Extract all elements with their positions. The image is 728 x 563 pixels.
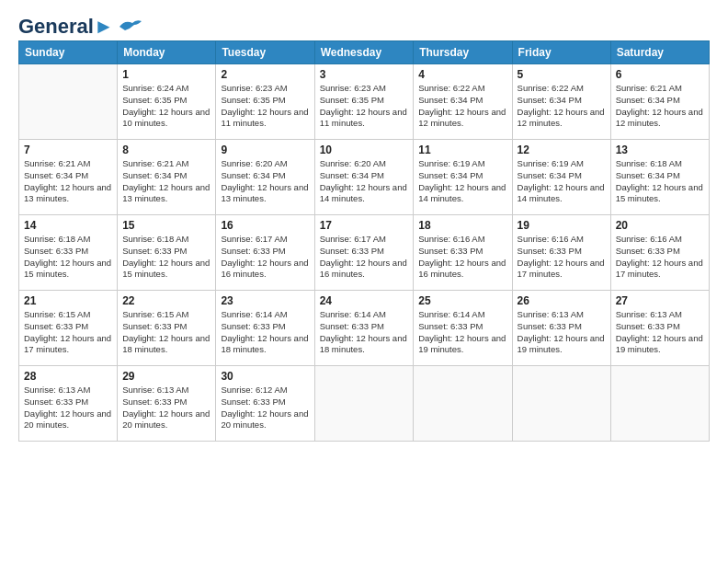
calendar-body: 1 Sunrise: 6:24 AMSunset: 6:35 PMDayligh… — [19, 64, 710, 442]
logo-text: General► — [18, 17, 114, 37]
calendar-week-3: 14 Sunrise: 6:18 AMSunset: 6:33 PMDaylig… — [19, 215, 710, 291]
day-info: Sunrise: 6:13 AMSunset: 6:33 PMDaylight:… — [616, 309, 704, 356]
calendar-header: Sunday Monday Tuesday Wednesday Thursday… — [19, 41, 710, 64]
col-wednesday: Wednesday — [314, 41, 414, 64]
table-row: 28 Sunrise: 6:13 AMSunset: 6:33 PMDaylig… — [19, 366, 118, 442]
day-number: 15 — [122, 219, 210, 232]
day-number: 9 — [221, 144, 309, 156]
day-number: 19 — [518, 219, 606, 232]
table-row — [19, 64, 118, 140]
day-info: Sunrise: 6:17 AMSunset: 6:33 PMDaylight:… — [221, 234, 309, 281]
day-number: 21 — [24, 294, 112, 307]
col-friday: Friday — [512, 41, 610, 64]
day-number: 18 — [418, 219, 506, 232]
day-info: Sunrise: 6:14 AMSunset: 6:33 PMDaylight:… — [221, 309, 309, 356]
calendar-week-2: 7 Sunrise: 6:21 AMSunset: 6:34 PMDayligh… — [19, 140, 710, 215]
day-number: 16 — [221, 219, 309, 232]
day-number: 23 — [221, 294, 309, 307]
day-number: 7 — [24, 144, 112, 156]
day-number: 17 — [320, 219, 409, 232]
table-row: 24 Sunrise: 6:14 AMSunset: 6:33 PMDaylig… — [314, 291, 414, 366]
table-row: 1 Sunrise: 6:24 AMSunset: 6:35 PMDayligh… — [118, 64, 216, 140]
table-row: 6 Sunrise: 6:21 AMSunset: 6:34 PMDayligh… — [610, 64, 709, 140]
table-row: 15 Sunrise: 6:18 AMSunset: 6:33 PMDaylig… — [118, 215, 216, 291]
day-info: Sunrise: 6:21 AMSunset: 6:34 PMDaylight:… — [616, 83, 704, 130]
day-number: 12 — [518, 144, 606, 156]
table-row — [610, 366, 709, 442]
day-info: Sunrise: 6:18 AMSunset: 6:34 PMDaylight:… — [616, 158, 704, 205]
col-saturday: Saturday — [610, 41, 709, 64]
table-row: 23 Sunrise: 6:14 AMSunset: 6:33 PMDaylig… — [216, 291, 314, 366]
day-number: 4 — [418, 68, 506, 81]
day-number: 24 — [320, 294, 409, 307]
day-number: 5 — [518, 68, 606, 81]
table-row: 12 Sunrise: 6:19 AMSunset: 6:34 PMDaylig… — [512, 140, 610, 215]
table-row: 29 Sunrise: 6:13 AMSunset: 6:33 PMDaylig… — [118, 366, 216, 442]
day-number: 3 — [320, 68, 409, 81]
day-info: Sunrise: 6:16 AMSunset: 6:33 PMDaylight:… — [518, 234, 606, 281]
day-number: 29 — [122, 370, 210, 383]
day-number: 20 — [616, 219, 704, 232]
table-row: 22 Sunrise: 6:15 AMSunset: 6:33 PMDaylig… — [118, 291, 216, 366]
day-info: Sunrise: 6:14 AMSunset: 6:33 PMDaylight:… — [418, 309, 506, 356]
day-info: Sunrise: 6:15 AMSunset: 6:33 PMDaylight:… — [24, 309, 112, 356]
table-row: 5 Sunrise: 6:22 AMSunset: 6:34 PMDayligh… — [512, 64, 610, 140]
table-row: 30 Sunrise: 6:12 AMSunset: 6:33 PMDaylig… — [216, 366, 314, 442]
table-row: 10 Sunrise: 6:20 AMSunset: 6:34 PMDaylig… — [314, 140, 414, 215]
table-row: 13 Sunrise: 6:18 AMSunset: 6:34 PMDaylig… — [610, 140, 709, 215]
calendar: Sunday Monday Tuesday Wednesday Thursday… — [18, 40, 710, 442]
day-info: Sunrise: 6:22 AMSunset: 6:34 PMDaylight:… — [518, 83, 606, 130]
day-number: 22 — [122, 294, 210, 307]
table-row: 21 Sunrise: 6:15 AMSunset: 6:33 PMDaylig… — [19, 291, 118, 366]
table-row: 11 Sunrise: 6:19 AMSunset: 6:34 PMDaylig… — [414, 140, 512, 215]
day-number: 11 — [418, 144, 506, 156]
day-number: 8 — [122, 144, 210, 156]
table-row: 17 Sunrise: 6:17 AMSunset: 6:33 PMDaylig… — [314, 215, 414, 291]
table-row — [414, 366, 512, 442]
day-info: Sunrise: 6:21 AMSunset: 6:34 PMDaylight:… — [24, 158, 112, 205]
table-row: 18 Sunrise: 6:16 AMSunset: 6:33 PMDaylig… — [414, 215, 512, 291]
table-row — [512, 366, 610, 442]
day-info: Sunrise: 6:23 AMSunset: 6:35 PMDaylight:… — [221, 83, 309, 130]
col-sunday: Sunday — [19, 41, 118, 64]
day-info: Sunrise: 6:18 AMSunset: 6:33 PMDaylight:… — [122, 234, 210, 281]
day-info: Sunrise: 6:15 AMSunset: 6:33 PMDaylight:… — [122, 309, 210, 356]
table-row: 26 Sunrise: 6:13 AMSunset: 6:33 PMDaylig… — [512, 291, 610, 366]
day-info: Sunrise: 6:21 AMSunset: 6:34 PMDaylight:… — [122, 158, 210, 205]
day-info: Sunrise: 6:17 AMSunset: 6:33 PMDaylight:… — [320, 234, 409, 281]
table-row: 19 Sunrise: 6:16 AMSunset: 6:33 PMDaylig… — [512, 215, 610, 291]
table-row: 3 Sunrise: 6:23 AMSunset: 6:35 PMDayligh… — [314, 64, 414, 140]
day-number: 2 — [221, 68, 309, 81]
day-number: 26 — [518, 294, 606, 307]
day-number: 1 — [122, 68, 210, 81]
calendar-week-1: 1 Sunrise: 6:24 AMSunset: 6:35 PMDayligh… — [19, 64, 710, 140]
day-info: Sunrise: 6:24 AMSunset: 6:35 PMDaylight:… — [122, 83, 210, 130]
day-number: 10 — [320, 144, 409, 156]
table-row — [314, 366, 414, 442]
day-info: Sunrise: 6:13 AMSunset: 6:33 PMDaylight:… — [24, 385, 112, 431]
table-row: 25 Sunrise: 6:14 AMSunset: 6:33 PMDaylig… — [414, 291, 512, 366]
header: General► — [18, 17, 710, 33]
day-number: 28 — [24, 370, 112, 383]
table-row: 14 Sunrise: 6:18 AMSunset: 6:33 PMDaylig… — [19, 215, 118, 291]
day-info: Sunrise: 6:22 AMSunset: 6:34 PMDaylight:… — [418, 83, 506, 130]
table-row: 16 Sunrise: 6:17 AMSunset: 6:33 PMDaylig… — [216, 215, 314, 291]
page: General► Sunday Monday Tuesday Wednesday… — [0, 0, 728, 563]
table-row: 20 Sunrise: 6:16 AMSunset: 6:33 PMDaylig… — [610, 215, 709, 291]
day-info: Sunrise: 6:23 AMSunset: 6:35 PMDaylight:… — [320, 83, 409, 130]
logo: General► — [18, 17, 143, 33]
day-info: Sunrise: 6:16 AMSunset: 6:33 PMDaylight:… — [616, 234, 704, 281]
calendar-week-5: 28 Sunrise: 6:13 AMSunset: 6:33 PMDaylig… — [19, 366, 710, 442]
calendar-week-4: 21 Sunrise: 6:15 AMSunset: 6:33 PMDaylig… — [19, 291, 710, 366]
day-number: 27 — [616, 294, 704, 307]
header-row: Sunday Monday Tuesday Wednesday Thursday… — [19, 41, 710, 64]
day-number: 14 — [24, 219, 112, 232]
day-info: Sunrise: 6:14 AMSunset: 6:33 PMDaylight:… — [320, 309, 409, 356]
day-number: 13 — [616, 144, 704, 156]
day-info: Sunrise: 6:19 AMSunset: 6:34 PMDaylight:… — [518, 158, 606, 205]
day-number: 25 — [418, 294, 506, 307]
table-row: 7 Sunrise: 6:21 AMSunset: 6:34 PMDayligh… — [19, 140, 118, 215]
logo-bird-icon — [118, 17, 143, 36]
day-number: 30 — [221, 370, 309, 383]
table-row: 9 Sunrise: 6:20 AMSunset: 6:34 PMDayligh… — [216, 140, 314, 215]
